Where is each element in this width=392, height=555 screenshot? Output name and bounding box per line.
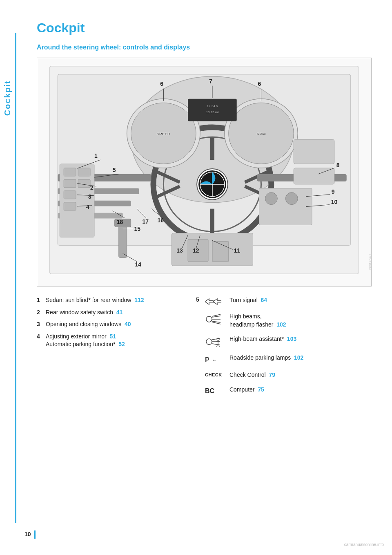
- item-description: High beams,headlamp flasher 102: [229, 313, 286, 329]
- item-description: Adjusting exterior mirror 51 Automatic p…: [46, 333, 184, 349]
- right-items-list: 5 Turn signal 64: [192, 296, 372, 408]
- sidebar-tab: Cockpit: [0, 33, 15, 163]
- svg-text:11: 11: [234, 247, 241, 254]
- item-description: Rear window safety switch 41: [46, 309, 184, 317]
- right-list-item: Turn signal 64: [205, 296, 372, 306]
- svg-text:15: 15: [134, 226, 141, 232]
- item-description: Turn signal 64: [229, 296, 267, 304]
- svg-line-103: [218, 344, 220, 347]
- svg-point-44: [265, 192, 277, 205]
- right-list-item: BC Computer 75: [205, 386, 372, 396]
- svg-text:12: 12: [193, 247, 199, 254]
- svg-text:P: P: [205, 356, 209, 363]
- item-description: Opening and closing windows 40: [46, 320, 184, 329]
- section5-number: 5: [196, 296, 205, 303]
- svg-point-89: [206, 316, 212, 322]
- main-content: Cockpit Around the steering wheel: contr…: [24, 0, 392, 424]
- svg-text:6: 6: [160, 81, 163, 87]
- list-item: 4 Adjusting exterior mirror 51 Automatic…: [37, 333, 184, 349]
- svg-text:1: 1: [94, 152, 98, 159]
- svg-marker-87: [205, 299, 213, 304]
- right-list-item: P ← Roadside parking lamps 102: [205, 354, 372, 365]
- item-description: High-beam assistant* 103: [229, 335, 296, 343]
- section5-items: Turn signal 64: [205, 296, 372, 402]
- svg-line-97: [212, 338, 220, 340]
- svg-text:←: ←: [212, 357, 217, 363]
- page-number-area: 10: [24, 530, 36, 539]
- page-num: 10: [24, 531, 31, 537]
- svg-text:13: 13: [176, 247, 183, 254]
- list-item: 2 Rear window safety switch 41: [37, 309, 184, 317]
- svg-rect-37: [78, 179, 90, 188]
- svg-rect-41: [294, 139, 334, 164]
- list-item: 3 Opening and closing windows 40: [37, 320, 184, 329]
- svg-text:16: 16: [157, 217, 164, 224]
- svg-rect-40: [212, 241, 229, 262]
- item-number: 3: [37, 320, 46, 329]
- svg-text:7: 7: [209, 78, 212, 85]
- sidebar-label: Cockpit: [3, 80, 12, 116]
- item-number: 4: [37, 333, 46, 341]
- bottom-content: 1 Sedan: sun blind* for rear window 112 …: [37, 296, 372, 408]
- svg-text:2: 2: [90, 184, 94, 191]
- svg-point-95: [206, 339, 212, 345]
- bc-icon: BC: [205, 386, 229, 396]
- section-subtitle: Around the steering wheel: controls and …: [37, 44, 376, 51]
- svg-rect-32: [64, 168, 76, 176]
- svg-text:3: 3: [88, 193, 91, 200]
- item-number: 1: [37, 296, 46, 304]
- svg-text:RPM: RPM: [256, 132, 265, 136]
- left-accent: [15, 33, 16, 523]
- section5-row: 5 Turn signal 64: [196, 296, 372, 402]
- svg-text:10: 10: [331, 199, 338, 205]
- item-description: Sedan: sun blind* for rear window 112: [46, 296, 184, 304]
- svg-text:17: 17: [143, 218, 149, 225]
- svg-text:5: 5: [113, 167, 116, 173]
- highbeam-icon: [205, 313, 229, 325]
- page-num-accent: [34, 530, 36, 539]
- page-title: Cockpit: [37, 20, 376, 36]
- highbeam-assistant-icon: [205, 335, 229, 347]
- bc-text-icon: BC: [205, 387, 214, 396]
- turn-signal-icon: [205, 296, 229, 306]
- item-description: Roadside parking lamps 102: [229, 354, 303, 362]
- item-description: Check Control 79: [229, 371, 275, 379]
- svg-text:8: 8: [336, 162, 340, 168]
- check-control-icon: CHECK: [205, 371, 229, 378]
- svg-text:SPEED: SPEED: [156, 132, 170, 136]
- right-list-item: CHECK Check Control 79: [205, 371, 372, 379]
- left-items-list: 1 Sedan: sun blind* for rear window 112 …: [37, 296, 192, 408]
- right-list-item: High-beam assistant* 103: [205, 335, 372, 347]
- svg-text:TMC41003: TMC41003: [368, 254, 371, 270]
- svg-text:17:34 h: 17:34 h: [207, 104, 218, 108]
- svg-text:6: 6: [258, 81, 261, 87]
- svg-rect-34: [64, 191, 76, 199]
- svg-point-99: [217, 338, 219, 340]
- check-text-icon: CHECK: [205, 372, 222, 378]
- parking-lamps-icon: P ←: [205, 354, 229, 365]
- svg-text:18: 18: [117, 219, 123, 225]
- item-number: 2: [37, 309, 46, 317]
- svg-rect-36: [78, 168, 90, 176]
- svg-marker-88: [213, 299, 221, 304]
- svg-text:14: 14: [135, 261, 142, 268]
- watermark: carmanualsonline.info: [344, 542, 384, 547]
- cockpit-diagram: SPEED RPM 17:34 h 13:15 mi: [37, 58, 372, 286]
- svg-text:13:15 mi: 13:15 mi: [206, 110, 219, 114]
- svg-rect-33: [64, 179, 76, 188]
- svg-text:4: 4: [86, 204, 89, 210]
- svg-point-45: [285, 192, 298, 205]
- svg-text:9: 9: [332, 188, 335, 195]
- svg-rect-43: [259, 188, 312, 225]
- right-list-item: High beams,headlamp flasher 102: [205, 313, 372, 329]
- item-description: Computer 75: [229, 386, 264, 394]
- list-item: 1 Sedan: sun blind* for rear window 112: [37, 296, 184, 304]
- svg-rect-35: [64, 202, 76, 210]
